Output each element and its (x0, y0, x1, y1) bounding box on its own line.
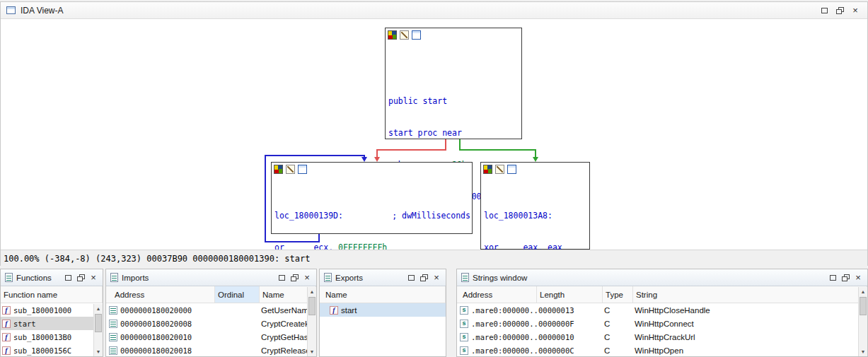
column-header-function-name[interactable]: Function name (1, 286, 103, 303)
string-row[interactable]: s.mare0:000000... 00000010 C WinHttpCrac… (457, 330, 867, 344)
asm-label: loc_1800013A8: (484, 211, 552, 221)
function-glyph: f (332, 307, 335, 314)
graph-node-start[interactable]: public start start proc near sub rsp, 28… (385, 28, 522, 139)
restore-button[interactable] (839, 272, 852, 283)
scroll-down-icon[interactable]: ▼ (308, 347, 316, 356)
close-button[interactable]: × (847, 4, 863, 17)
string-value: WinHttpOpen (635, 346, 683, 355)
restore-icon (77, 274, 84, 281)
import-address: 0000000180020010 (120, 333, 192, 341)
maximize-button[interactable] (816, 4, 832, 17)
node-color-icon[interactable] (274, 165, 283, 174)
import-row[interactable]: 0000000180020000 GetUserNam (106, 303, 316, 317)
close-icon: × (304, 274, 310, 282)
column-header-name[interactable]: Name (320, 286, 446, 303)
column-header-length[interactable]: Length (537, 286, 603, 303)
string-row[interactable]: s.mare0:000000... 0000000F C WinHttpConn… (457, 317, 867, 330)
column-header-ordinal[interactable]: Ordinal (215, 286, 260, 303)
node-color-icon[interactable] (483, 165, 492, 174)
asm-line[interactable]: public start (388, 96, 520, 107)
node-group-icon[interactable] (298, 165, 307, 174)
string-type: C (604, 306, 610, 315)
function-row[interactable]: f sub_18000156C (1, 344, 103, 357)
scrollbar-thumb[interactable] (860, 297, 867, 315)
string-row[interactable]: s.mare0:000000... 00000013 C WinHttpClos… (457, 303, 867, 317)
column-header-address[interactable]: Address (106, 286, 215, 303)
asm-line[interactable]: loc_1800013A8: (484, 211, 588, 221)
graph-node-loop[interactable]: loc_18000139D: ; dwMilliseconds or ecx, … (271, 162, 473, 234)
graph-node-exit[interactable]: loc_1800013A8: xor eax, eax add rsp, 28h… (480, 162, 590, 250)
close-button[interactable]: × (87, 272, 100, 283)
scroll-up-icon[interactable]: ▲ (94, 304, 103, 313)
functions-panel-titlebar[interactable]: Functions × (1, 269, 103, 286)
import-row[interactable]: 0000000180020008 CryptCreateH (106, 317, 316, 330)
string-value: WinHttpCloseHandle (635, 306, 710, 315)
close-button[interactable]: × (301, 272, 313, 283)
asm-line[interactable]: loc_18000139D: ; dwMilliseconds (274, 211, 470, 221)
ida-view-titlebar[interactable]: IDA View-A × (1, 2, 867, 19)
scroll-down-icon[interactable]: ▼ (859, 347, 867, 356)
scrollbar-thumb[interactable] (308, 297, 316, 315)
node-edit-icon[interactable] (495, 165, 504, 174)
string-icon: s (460, 333, 468, 341)
node-edit-icon[interactable] (400, 30, 409, 40)
string-length: 0000000F (538, 320, 574, 328)
window-title: IDA View-A (21, 6, 63, 16)
import-address: 0000000180020008 (120, 320, 192, 328)
asm-line[interactable]: start proc near (388, 128, 520, 139)
function-row-selected[interactable]: f start (1, 317, 103, 330)
vertical-scrollbar[interactable]: ▲ ▼ (858, 287, 867, 356)
restore-button[interactable] (288, 272, 301, 283)
node-group-icon[interactable] (507, 165, 516, 174)
restore-button[interactable] (417, 272, 430, 283)
maximize-button[interactable] (275, 272, 288, 283)
column-header-type[interactable]: Type (603, 286, 633, 303)
export-row-selected[interactable]: f start (320, 303, 446, 317)
exports-header-row: Name (320, 286, 446, 303)
column-header-string[interactable]: String (633, 286, 867, 303)
maximize-button[interactable] (405, 272, 417, 283)
scroll-up-icon[interactable]: ▲ (308, 287, 316, 296)
imports-list: 0000000180020000 GetUserNam 000000018002… (106, 303, 316, 357)
close-button[interactable]: × (430, 272, 443, 283)
panel-title: Strings window (473, 274, 527, 282)
window-buttons: × (275, 272, 313, 283)
asm-line[interactable]: xor eax, eax (484, 242, 588, 250)
maximize-icon (408, 275, 415, 281)
exports-list: f start (320, 303, 446, 317)
function-icon: f (2, 320, 11, 328)
exports-panel-titlebar[interactable]: Exports × (320, 269, 446, 286)
close-button[interactable]: × (852, 272, 864, 283)
scrollbar-thumb[interactable] (95, 314, 102, 332)
vertical-scrollbar[interactable]: ▲ ▼ (93, 304, 103, 356)
import-name: CryptRelease (261, 346, 311, 355)
strings-panel-titlebar[interactable]: Strings window × (457, 269, 867, 286)
scroll-down-icon[interactable]: ▼ (94, 347, 103, 356)
import-row[interactable]: 0000000180020018 CryptRelease (106, 344, 316, 357)
scroll-up-icon[interactable]: ▲ (859, 287, 867, 296)
node-code: loc_1800013A8: xor eax, eax add rsp, 28h… (481, 175, 589, 250)
string-row[interactable]: s.mare0:000000... 0000000C C WinHttpOpen (457, 344, 867, 357)
imports-panel-titlebar[interactable]: Imports × (106, 269, 316, 286)
functions-header-row: Function name (1, 286, 103, 303)
function-row[interactable]: f sub_180001000 (1, 303, 103, 317)
node-color-icon[interactable] (388, 30, 397, 40)
function-row[interactable]: f sub_1800013B0 (1, 330, 103, 344)
asm-text: or ecx, (274, 242, 338, 250)
string-address: .mare0:000000... (471, 320, 537, 328)
asm-line[interactable]: or ecx, 0FFFFFFFFh (274, 242, 470, 250)
node-code: loc_18000139D: ; dwMilliseconds or ecx, … (272, 175, 472, 250)
restore-button[interactable] (74, 272, 87, 283)
exports-panel: Exports × Name f start (319, 269, 446, 357)
string-icon: s (460, 320, 468, 328)
column-header-address[interactable]: Address (457, 286, 537, 303)
node-edit-icon[interactable] (286, 165, 295, 174)
maximize-button[interactable] (62, 272, 74, 283)
restore-button[interactable] (832, 4, 847, 17)
graph-view-canvas[interactable]: public start start proc near sub rsp, 28… (1, 19, 867, 250)
node-toolbar (272, 163, 472, 175)
import-row[interactable]: 0000000180020010 CryptGetHas (106, 330, 316, 344)
maximize-button[interactable] (826, 272, 839, 283)
vertical-scrollbar[interactable]: ▲ ▼ (307, 287, 316, 356)
node-group-icon[interactable] (412, 30, 421, 40)
